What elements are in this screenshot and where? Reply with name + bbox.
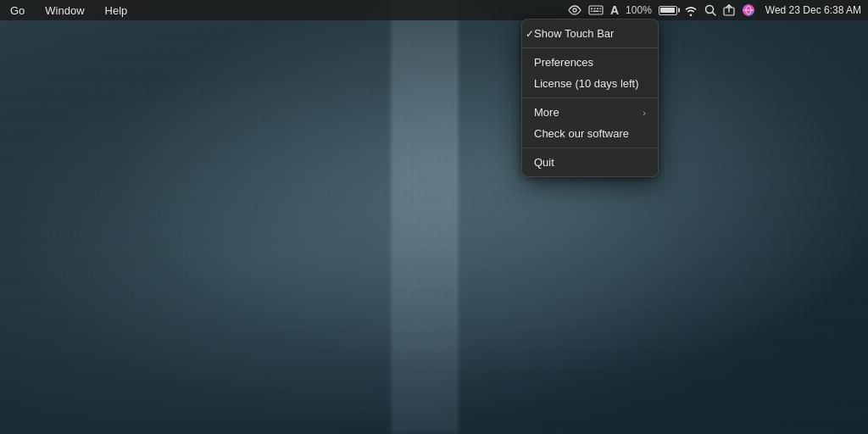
- menubar-left: Go Window Help: [7, 4, 131, 17]
- menubar-item-go[interactable]: Go: [7, 4, 28, 17]
- svg-rect-1: [589, 6, 603, 14]
- font-icon[interactable]: A: [610, 3, 619, 17]
- keyboard-icon[interactable]: [588, 5, 604, 15]
- svg-rect-6: [591, 11, 593, 13]
- svg-rect-2: [591, 8, 593, 10]
- battery-icon[interactable]: [659, 6, 677, 15]
- menu-separator-3: [522, 147, 658, 148]
- menubar: Go Window Help A: [0, 0, 868, 20]
- menu-separator-1: [522, 47, 658, 48]
- svg-line-10: [712, 13, 715, 16]
- menubar-right: A 100%: [568, 3, 861, 17]
- menubar-clock[interactable]: Wed 23 Dec 6:38 AM: [765, 4, 861, 16]
- dropdown-menu: Show Touch Bar Preferences License (10 d…: [521, 19, 659, 177]
- chevron-right-icon: ›: [643, 108, 646, 118]
- wallpaper: [0, 0, 868, 434]
- wifi-icon[interactable]: [684, 5, 698, 16]
- menu-item-show-touch-bar[interactable]: Show Touch Bar: [522, 23, 658, 44]
- eye-icon[interactable]: [568, 5, 581, 15]
- menubar-item-window[interactable]: Window: [42, 4, 87, 17]
- svg-rect-3: [593, 8, 595, 10]
- svg-rect-4: [597, 8, 598, 10]
- share-icon[interactable]: [723, 4, 735, 16]
- battery-percent: 100%: [626, 4, 652, 16]
- menubar-item-help[interactable]: Help: [102, 4, 131, 17]
- menu-item-more[interactable]: More ›: [522, 102, 658, 123]
- menu-item-quit[interactable]: Quit: [522, 152, 658, 173]
- svg-rect-8: [599, 11, 601, 13]
- menu-item-check-software[interactable]: Check our software: [522, 123, 658, 144]
- menu-separator-2: [522, 97, 658, 98]
- search-icon[interactable]: [704, 4, 716, 16]
- menu-item-license[interactable]: License (10 days left): [522, 73, 658, 94]
- siri-icon[interactable]: [742, 3, 755, 17]
- menu-item-preferences[interactable]: Preferences: [522, 52, 658, 73]
- svg-point-0: [573, 8, 576, 12]
- svg-rect-5: [599, 8, 601, 10]
- svg-rect-7: [593, 11, 598, 13]
